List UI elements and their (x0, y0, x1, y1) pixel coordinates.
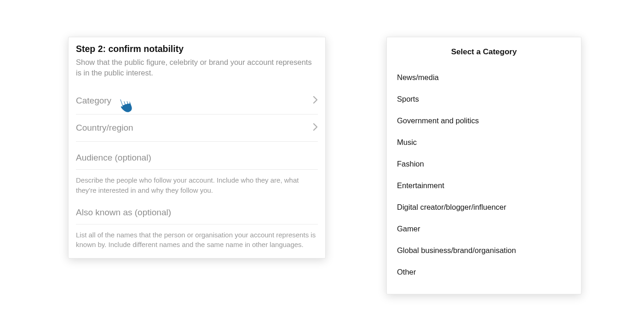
step-subtitle: Show that the public figure, celebrity o… (76, 57, 318, 78)
category-item-global-business[interactable]: Global business/brand/organisation (397, 240, 571, 261)
audience-help-text: Describe the people who follow your acco… (76, 170, 318, 196)
also-known-as-label[interactable]: Also known as (optional) (76, 196, 318, 224)
step-title: Step 2: confirm notability (76, 44, 318, 54)
chevron-right-icon (313, 123, 318, 133)
also-known-as-help-text: List all of the names that the person or… (76, 224, 318, 251)
select-category-card: Select a Category News/media Sports Gove… (386, 37, 581, 294)
category-row[interactable]: Category (76, 87, 318, 115)
category-item-entertainment[interactable]: Entertainment (397, 175, 571, 196)
category-item-government-politics[interactable]: Government and politics (397, 110, 571, 132)
country-region-label: Country/region (76, 123, 133, 133)
notability-card: Step 2: confirm notability Show that the… (68, 37, 326, 259)
category-item-digital-creator[interactable]: Digital creator/blogger/influencer (397, 196, 571, 218)
category-item-fashion[interactable]: Fashion (397, 153, 571, 175)
pointer-cursor-icon (115, 95, 136, 115)
category-item-music[interactable]: Music (397, 132, 571, 153)
category-item-news-media[interactable]: News/media (397, 67, 571, 88)
chevron-right-icon (313, 96, 318, 106)
audience-label[interactable]: Audience (optional) (76, 142, 318, 170)
select-category-title: Select a Category (397, 47, 571, 57)
category-item-other[interactable]: Other (397, 261, 571, 283)
category-item-sports[interactable]: Sports (397, 88, 571, 110)
category-list: News/media Sports Government and politic… (397, 67, 571, 283)
country-region-row[interactable]: Country/region (76, 115, 318, 142)
category-label: Category (76, 96, 111, 106)
category-item-gamer[interactable]: Gamer (397, 218, 571, 240)
